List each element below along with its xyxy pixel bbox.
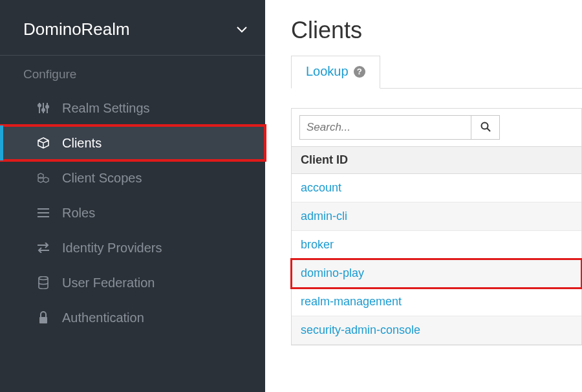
page-title: Clients [291, 17, 582, 44]
sidebar-item-identity-providers[interactable]: Identity Providers [0, 230, 265, 265]
sidebar-item-client-scopes[interactable]: Client Scopes [0, 160, 265, 195]
list-icon [36, 208, 50, 218]
svg-rect-10 [39, 317, 47, 323]
client-link[interactable]: account [301, 181, 341, 194]
help-icon[interactable]: ? [354, 66, 365, 78]
tabs: Lookup ? [291, 56, 582, 89]
sidebar-nav: Realm Settings Clients Client Scopes Rol… [0, 91, 265, 335]
search-icon [480, 122, 491, 134]
client-link[interactable]: broker [301, 238, 334, 251]
table-row: security-admin-console [292, 316, 581, 345]
sidebar-item-clients[interactable]: Clients [0, 125, 265, 160]
sidebar-item-roles[interactable]: Roles [0, 195, 265, 230]
client-link[interactable]: domino-play [301, 267, 364, 279]
search-group [299, 115, 500, 140]
cubes-icon [36, 171, 50, 184]
search-input[interactable] [299, 115, 471, 140]
table-row: admin-cli [292, 202, 581, 231]
client-link[interactable]: admin-cli [301, 210, 347, 223]
svg-point-3 [38, 104, 41, 107]
chevron-down-icon [237, 27, 247, 33]
table-row: broker [292, 231, 581, 259]
sidebar-section-label: Configure [0, 56, 265, 91]
table-row: account [292, 174, 581, 202]
table-row: realm-management [292, 288, 581, 316]
main-content: Clients Lookup ? Client ID account admin… [265, 0, 582, 392]
sidebar-item-user-federation[interactable]: User Federation [0, 265, 265, 300]
svg-point-9 [39, 277, 48, 280]
database-icon [36, 276, 50, 289]
sidebar-item-label: Identity Providers [62, 241, 162, 256]
sidebar-item-label: Authentication [62, 310, 144, 325]
table-toolbar [292, 109, 581, 147]
clients-table: Client ID account admin-cli broker domin… [291, 108, 582, 345]
table-row: domino-play [292, 259, 581, 288]
realm-selector[interactable]: DominoRealm [0, 6, 265, 56]
realm-name: DominoRealm [23, 19, 130, 39]
sidebar-item-authentication[interactable]: Authentication [0, 300, 265, 335]
sliders-icon [36, 102, 50, 114]
sidebar-item-label: Clients [62, 136, 102, 151]
search-button[interactable] [471, 115, 500, 140]
svg-point-4 [42, 109, 45, 111]
table-header-client-id: Client ID [292, 147, 581, 174]
client-link[interactable]: realm-management [301, 295, 402, 308]
svg-point-5 [46, 105, 48, 108]
sidebar: DominoRealm Configure Realm Settings Cli… [0, 0, 265, 392]
sidebar-item-label: Realm Settings [62, 101, 150, 116]
tab-label: Lookup [306, 64, 349, 79]
sidebar-item-realm-settings[interactable]: Realm Settings [0, 91, 265, 125]
sidebar-item-label: Client Scopes [62, 171, 142, 186]
svg-point-11 [481, 122, 488, 129]
exchange-icon [36, 243, 50, 253]
cube-icon [36, 136, 50, 149]
sidebar-item-label: User Federation [62, 276, 155, 290]
tab-lookup[interactable]: Lookup ? [291, 56, 380, 89]
lock-icon [36, 311, 50, 324]
sidebar-item-label: Roles [62, 206, 95, 221]
svg-line-12 [487, 128, 490, 131]
client-link[interactable]: security-admin-console [301, 323, 420, 336]
